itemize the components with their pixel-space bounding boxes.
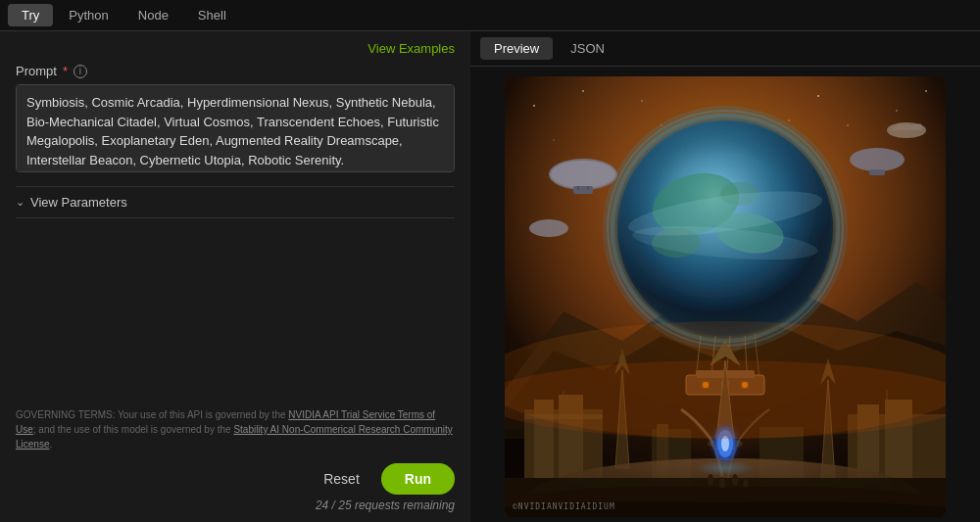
svg-point-62 [582,90,584,92]
svg-point-66 [925,90,927,92]
tab-shell[interactable]: Shell [184,4,240,26]
tab-node[interactable]: Node [124,4,182,26]
bottom-section: GOVERNING TERMS: Your use of this API is… [16,396,455,512]
tab-try[interactable]: Try [8,4,53,26]
tab-preview[interactable]: Preview [480,37,553,60]
info-icon[interactable]: i [74,65,87,78]
required-marker: * [63,64,68,78]
svg-point-65 [896,110,898,112]
tab-python[interactable]: Python [55,4,122,26]
svg-point-57 [708,474,713,486]
svg-point-56 [696,460,755,476]
right-panel: Preview JSON [470,31,980,522]
governing-terms: GOVERNING TERMS: Your use of this API is… [16,407,455,451]
svg-point-70 [788,119,790,121]
view-params-row[interactable]: ⌄ View Parameters [16,186,455,218]
svg-point-59 [732,474,738,486]
svg-point-12 [603,106,848,351]
preview-tab-bar: Preview JSON [470,31,980,67]
left-panel: View Examples Prompt * i ⌄ View Paramete… [0,31,470,522]
requests-remaining: 24 / 25 requests remaining [16,498,455,512]
svg-point-28 [850,148,905,171]
prompt-label: Prompt [16,64,57,78]
view-params-label: View Parameters [30,195,127,210]
action-row: Reset Run [16,463,455,495]
svg-point-63 [641,100,643,102]
svg-point-61 [533,105,535,107]
svg-point-67 [847,124,849,126]
prompt-input[interactable] [16,84,455,172]
view-examples-link[interactable]: View Examples [16,41,455,56]
svg-point-68 [553,139,554,140]
governing-prefix: GOVERNING TERMS: Your use of this API is… [16,409,288,420]
tab-json[interactable]: JSON [557,37,618,60]
prompt-label-row: Prompt * i [16,64,455,78]
svg-point-24 [551,161,615,188]
governing-suffix: . [49,439,52,450]
top-tab-bar: Try Python Node Shell [0,0,980,31]
svg-point-72 [505,360,946,439]
svg-rect-25 [573,186,593,194]
chevron-down-icon: ⌄ [16,196,24,209]
svg-point-64 [817,95,819,97]
main-content: View Examples Prompt * i ⌄ View Paramete… [0,31,980,522]
svg-point-69 [661,124,662,125]
image-container: ©NVIDIANVIDIAIDIUM [470,67,980,522]
run-button[interactable]: Run [381,463,455,495]
watermark: ©NVIDIANVIDIAIDIUM [513,502,615,511]
svg-rect-29 [869,169,885,175]
svg-point-31 [529,219,568,237]
governing-middle: ; and the use of this model is governed … [33,424,234,435]
reset-button[interactable]: Reset [314,465,369,493]
generated-image: ©NVIDIANVIDIAIDIUM [505,76,946,517]
svg-point-58 [719,477,725,489]
